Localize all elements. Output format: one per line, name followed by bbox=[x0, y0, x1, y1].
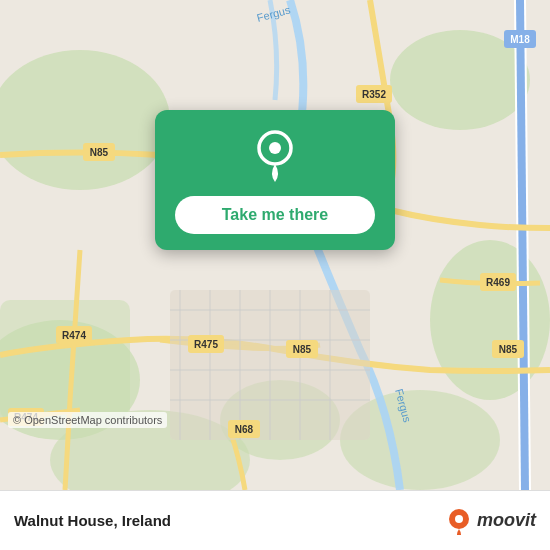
map-attribution: © OpenStreetMap contributors bbox=[8, 412, 167, 428]
location-pin-icon bbox=[249, 130, 301, 182]
bottom-bar: Walnut House, Ireland moovit bbox=[0, 490, 550, 550]
svg-text:M18: M18 bbox=[510, 34, 530, 45]
svg-text:N85: N85 bbox=[293, 344, 312, 355]
svg-point-46 bbox=[269, 142, 281, 154]
map-container: N85 N85 R352 R469 R474 R474 R475 N68 N85… bbox=[0, 0, 550, 490]
svg-text:R352: R352 bbox=[362, 89, 386, 100]
take-me-there-button[interactable]: Take me there bbox=[175, 196, 375, 234]
location-name: Walnut House, Ireland bbox=[14, 512, 171, 529]
moovit-pin-icon bbox=[445, 507, 473, 535]
svg-text:R475: R475 bbox=[194, 339, 218, 350]
svg-text:N85: N85 bbox=[499, 344, 518, 355]
moovit-brand-text: moovit bbox=[477, 510, 536, 531]
svg-text:N85: N85 bbox=[90, 147, 109, 158]
moovit-logo: moovit bbox=[445, 507, 536, 535]
svg-point-3 bbox=[430, 240, 550, 400]
svg-rect-8 bbox=[0, 300, 130, 420]
svg-text:R469: R469 bbox=[486, 277, 510, 288]
svg-text:R474: R474 bbox=[62, 330, 86, 341]
svg-point-48 bbox=[455, 515, 463, 523]
popup-card: Take me there bbox=[155, 110, 395, 250]
svg-text:N68: N68 bbox=[235, 424, 254, 435]
